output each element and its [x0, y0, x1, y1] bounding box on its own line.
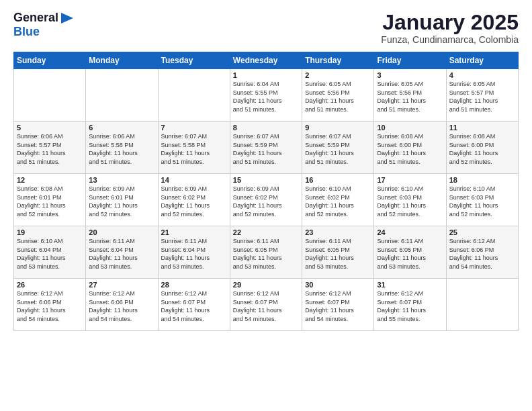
day-number: 15: [233, 176, 299, 184]
calendar-cell: 2Sunrise: 6:05 AM Sunset: 5:56 PM Daylig…: [302, 69, 374, 122]
logo-general: General: [13, 11, 58, 24]
col-saturday: Saturday: [446, 52, 518, 69]
calendar-cell: 23Sunrise: 6:11 AM Sunset: 6:05 PM Dayli…: [302, 226, 374, 279]
day-info: Sunrise: 6:10 AM Sunset: 6:03 PM Dayligh…: [449, 185, 515, 218]
calendar-cell: 17Sunrise: 6:10 AM Sunset: 6:03 PM Dayli…: [374, 174, 446, 226]
calendar-cell: [14, 69, 86, 122]
calendar-cell: 22Sunrise: 6:11 AM Sunset: 6:05 PM Dayli…: [230, 226, 302, 279]
day-number: 19: [17, 228, 83, 236]
calendar-cell: 30Sunrise: 6:12 AM Sunset: 6:07 PM Dayli…: [302, 279, 374, 331]
col-friday: Friday: [374, 52, 446, 69]
day-info: Sunrise: 6:11 AM Sunset: 6:05 PM Dayligh…: [305, 237, 371, 271]
calendar-cell: 20Sunrise: 6:11 AM Sunset: 6:04 PM Dayli…: [86, 226, 158, 279]
calendar-cell: 12Sunrise: 6:08 AM Sunset: 6:01 PM Dayli…: [14, 174, 86, 226]
day-info: Sunrise: 6:12 AM Sunset: 6:06 PM Dayligh…: [17, 289, 83, 323]
day-number: 11: [449, 124, 515, 132]
title-block: January 2025 Funza, Cundinamarca, Colomb…: [381, 11, 519, 45]
calendar-cell: 8Sunrise: 6:07 AM Sunset: 5:59 PM Daylig…: [230, 122, 302, 174]
day-info: Sunrise: 6:10 AM Sunset: 6:02 PM Dayligh…: [305, 185, 371, 218]
day-number: 14: [161, 176, 227, 184]
calendar-body: 1Sunrise: 6:04 AM Sunset: 5:55 PM Daylig…: [14, 69, 519, 331]
week-row-2: 5Sunrise: 6:06 AM Sunset: 5:57 PM Daylig…: [14, 122, 519, 174]
day-info: Sunrise: 6:10 AM Sunset: 6:03 PM Dayligh…: [377, 185, 443, 218]
calendar-cell: 21Sunrise: 6:11 AM Sunset: 6:04 PM Dayli…: [158, 226, 230, 279]
day-number: 17: [377, 176, 443, 184]
day-number: 24: [377, 228, 443, 236]
calendar-cell: 5Sunrise: 6:06 AM Sunset: 5:57 PM Daylig…: [14, 122, 86, 174]
day-info: Sunrise: 6:09 AM Sunset: 6:02 PM Dayligh…: [233, 185, 299, 218]
calendar-cell: 25Sunrise: 6:12 AM Sunset: 6:06 PM Dayli…: [446, 226, 518, 279]
calendar-cell: 31Sunrise: 6:12 AM Sunset: 6:07 PM Dayli…: [374, 279, 446, 331]
day-info: Sunrise: 6:12 AM Sunset: 6:07 PM Dayligh…: [305, 289, 371, 323]
day-info: Sunrise: 6:12 AM Sunset: 6:07 PM Dayligh…: [161, 289, 227, 323]
calendar-cell: 9Sunrise: 6:07 AM Sunset: 5:59 PM Daylig…: [302, 122, 374, 174]
col-monday: Monday: [86, 52, 158, 69]
week-row-1: 1Sunrise: 6:04 AM Sunset: 5:55 PM Daylig…: [14, 69, 519, 122]
calendar-cell: 29Sunrise: 6:12 AM Sunset: 6:07 PM Dayli…: [230, 279, 302, 331]
page: General Blue January 2025 Funza, Cundina…: [0, 0, 532, 411]
col-thursday: Thursday: [302, 52, 374, 69]
day-info: Sunrise: 6:08 AM Sunset: 6:01 PM Dayligh…: [17, 185, 83, 218]
calendar-cell: 19Sunrise: 6:10 AM Sunset: 6:04 PM Dayli…: [14, 226, 86, 279]
day-number: 8: [233, 124, 299, 132]
day-info: Sunrise: 6:07 AM Sunset: 5:59 PM Dayligh…: [305, 132, 371, 166]
day-number: 28: [161, 281, 227, 289]
day-info: Sunrise: 6:11 AM Sunset: 6:05 PM Dayligh…: [377, 237, 443, 271]
day-info: Sunrise: 6:11 AM Sunset: 6:05 PM Dayligh…: [233, 237, 299, 271]
day-info: Sunrise: 6:07 AM Sunset: 5:59 PM Dayligh…: [233, 132, 299, 166]
day-number: 13: [89, 176, 154, 184]
day-info: Sunrise: 6:11 AM Sunset: 6:04 PM Dayligh…: [161, 237, 227, 271]
day-info: Sunrise: 6:08 AM Sunset: 6:00 PM Dayligh…: [377, 132, 443, 166]
day-info: Sunrise: 6:11 AM Sunset: 6:04 PM Dayligh…: [89, 237, 154, 271]
calendar-cell: 27Sunrise: 6:12 AM Sunset: 6:06 PM Dayli…: [86, 279, 158, 331]
calendar-cell: 28Sunrise: 6:12 AM Sunset: 6:07 PM Dayli…: [158, 279, 230, 331]
day-number: 26: [17, 281, 83, 289]
day-info: Sunrise: 6:06 AM Sunset: 5:57 PM Dayligh…: [17, 132, 83, 166]
calendar-cell: 13Sunrise: 6:09 AM Sunset: 6:01 PM Dayli…: [86, 174, 158, 226]
logo-blue: Blue: [13, 25, 40, 38]
day-number: 20: [89, 228, 154, 236]
svg-marker-0: [61, 13, 73, 24]
header: General Blue January 2025 Funza, Cundina…: [13, 11, 519, 45]
calendar-cell: 4Sunrise: 6:05 AM Sunset: 5:57 PM Daylig…: [446, 69, 518, 122]
day-number: 31: [377, 281, 443, 289]
calendar-cell: 16Sunrise: 6:10 AM Sunset: 6:02 PM Dayli…: [302, 174, 374, 226]
calendar-table: Sunday Monday Tuesday Wednesday Thursday…: [13, 52, 519, 331]
location-subtitle: Funza, Cundinamarca, Colombia: [381, 34, 519, 45]
calendar-cell: 18Sunrise: 6:10 AM Sunset: 6:03 PM Dayli…: [446, 174, 518, 226]
calendar-cell: 10Sunrise: 6:08 AM Sunset: 6:00 PM Dayli…: [374, 122, 446, 174]
day-number: 12: [17, 176, 83, 184]
day-number: 30: [305, 281, 371, 289]
calendar-cell: [86, 69, 158, 122]
week-row-3: 12Sunrise: 6:08 AM Sunset: 6:01 PM Dayli…: [14, 174, 519, 226]
calendar-cell: 7Sunrise: 6:07 AM Sunset: 5:58 PM Daylig…: [158, 122, 230, 174]
calendar-cell: 11Sunrise: 6:08 AM Sunset: 6:00 PM Dayli…: [446, 122, 518, 174]
logo: General Blue: [13, 11, 75, 39]
day-number: 3: [377, 71, 443, 79]
day-info: Sunrise: 6:05 AM Sunset: 5:56 PM Dayligh…: [305, 80, 371, 113]
day-number: 1: [233, 71, 299, 79]
day-info: Sunrise: 6:09 AM Sunset: 6:01 PM Dayligh…: [89, 185, 154, 218]
day-number: 27: [89, 281, 154, 289]
day-number: 6: [89, 124, 154, 132]
day-info: Sunrise: 6:10 AM Sunset: 6:04 PM Dayligh…: [17, 237, 83, 271]
day-number: 18: [449, 176, 515, 184]
calendar-cell: 1Sunrise: 6:04 AM Sunset: 5:55 PM Daylig…: [230, 69, 302, 122]
day-number: 22: [233, 228, 299, 236]
day-number: 9: [305, 124, 371, 132]
month-year-title: January 2025: [381, 11, 519, 34]
day-info: Sunrise: 6:12 AM Sunset: 6:07 PM Dayligh…: [377, 289, 443, 323]
calendar-cell: 24Sunrise: 6:11 AM Sunset: 6:05 PM Dayli…: [374, 226, 446, 279]
day-number: 5: [17, 124, 83, 132]
day-info: Sunrise: 6:08 AM Sunset: 6:00 PM Dayligh…: [449, 132, 515, 166]
day-number: 29: [233, 281, 299, 289]
day-info: Sunrise: 6:05 AM Sunset: 5:56 PM Dayligh…: [377, 80, 443, 113]
calendar-cell: 26Sunrise: 6:12 AM Sunset: 6:06 PM Dayli…: [14, 279, 86, 331]
day-number: 25: [449, 228, 515, 236]
calendar-cell: 15Sunrise: 6:09 AM Sunset: 6:02 PM Dayli…: [230, 174, 302, 226]
day-number: 23: [305, 228, 371, 236]
day-info: Sunrise: 6:06 AM Sunset: 5:58 PM Dayligh…: [89, 132, 154, 166]
col-sunday: Sunday: [14, 52, 86, 69]
day-info: Sunrise: 6:04 AM Sunset: 5:55 PM Dayligh…: [233, 80, 299, 113]
day-number: 10: [377, 124, 443, 132]
